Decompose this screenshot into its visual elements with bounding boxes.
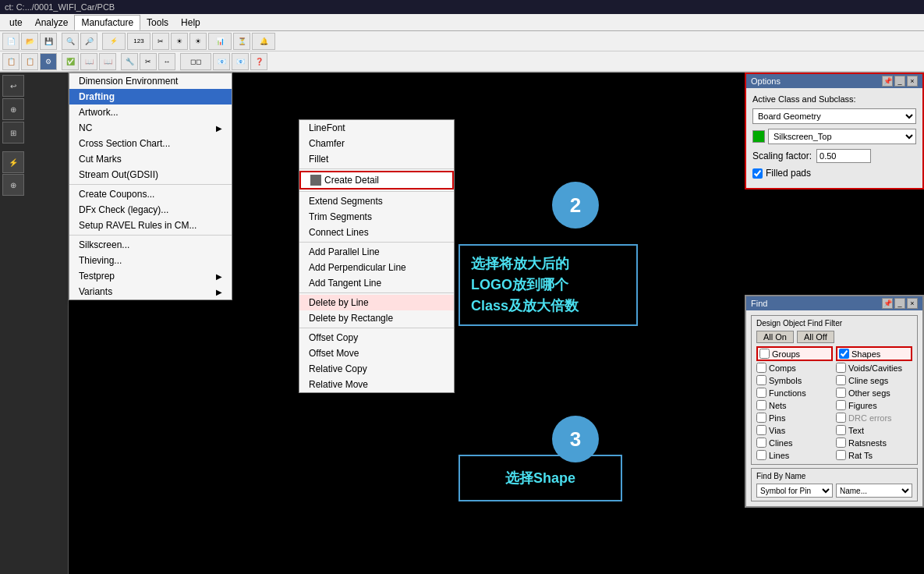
options-min-btn[interactable]: _ — [894, 76, 905, 87]
tb-2[interactable]: 123 — [127, 33, 150, 50]
tb-r7[interactable]: 🔧 — [121, 53, 138, 70]
sub-delete-line[interactable]: Delete by Line — [299, 295, 454, 310]
drc-checkbox[interactable] — [836, 413, 846, 423]
left-btn-5[interactable]: ⊕ — [2, 174, 24, 196]
filled-pads-checkbox[interactable] — [752, 168, 763, 179]
symbols-checkbox[interactable] — [756, 375, 766, 385]
mfg-ravel[interactable]: Setup RAVEL Rules in CM... — [69, 218, 232, 233]
sub-delete-rect[interactable]: Delete by Rectangle — [299, 310, 454, 326]
mfg-silkscreen[interactable]: Silkscreen... — [69, 237, 232, 253]
sub-extend[interactable]: Extend Segments — [299, 193, 454, 209]
menu-ute[interactable]: ute — [3, 16, 29, 30]
tb-save[interactable]: 💾 — [40, 33, 57, 50]
sub-offset-move[interactable]: Offset Move — [299, 345, 454, 361]
groups-checkbox[interactable] — [759, 349, 770, 359]
lines-checkbox[interactable] — [756, 450, 766, 460]
vias-checkbox[interactable] — [756, 425, 766, 435]
tb-r13[interactable]: ❓ — [250, 53, 267, 70]
sub-chamfer[interactable]: Chamfer — [299, 136, 454, 151]
tb-r3[interactable]: ⚙ — [40, 53, 57, 70]
text-checkbox[interactable] — [836, 425, 846, 435]
tb-open[interactable]: 📂 — [21, 33, 38, 50]
tb-r9[interactable]: ↔ — [158, 53, 175, 70]
mfg-dfx[interactable]: DFx Check (legacy)... — [69, 202, 232, 218]
find-name-select[interactable]: Symbol for Pin — [756, 484, 833, 498]
mfg-drafting[interactable]: Drafting — [69, 89, 232, 105]
clinesegs-checkbox[interactable] — [836, 375, 846, 385]
find-min-btn[interactable]: _ — [894, 298, 905, 309]
functions-checkbox[interactable] — [756, 388, 766, 398]
sub-fillet[interactable]: Fillet — [299, 151, 454, 167]
tb-r5[interactable]: 📖 — [80, 53, 97, 70]
voids-checkbox[interactable] — [836, 363, 846, 373]
mfg-cut-marks[interactable]: Cut Marks — [69, 151, 232, 167]
tb-r1[interactable]: 📋 — [2, 53, 19, 70]
tb-r10[interactable]: ◻◻ — [180, 53, 211, 70]
options-pin-btn[interactable]: 📌 — [882, 76, 893, 87]
sub-tangent[interactable]: Add Tangent Line — [299, 275, 454, 291]
find-drc-row: DRC errors — [836, 412, 912, 423]
mfg-artwork[interactable]: Artwork... — [69, 105, 232, 120]
mfg-thieving[interactable]: Thieving... — [69, 253, 232, 268]
clines-checkbox[interactable] — [756, 438, 766, 448]
tb-8[interactable]: 🔔 — [252, 33, 275, 50]
tb-3[interactable]: ✂ — [152, 33, 169, 50]
comps-checkbox[interactable] — [756, 363, 766, 373]
sub-relative-copy[interactable]: Relative Copy — [299, 361, 454, 377]
tb-r2[interactable]: 📋 — [21, 53, 38, 70]
mfg-stream[interactable]: Stream Out(GDSII) — [69, 167, 232, 182]
tb-6[interactable]: 📊 — [208, 33, 232, 50]
left-btn-3[interactable]: ⊞ — [2, 122, 24, 144]
find-close-btn[interactable]: × — [907, 298, 918, 309]
tb-r12[interactable]: 📧 — [232, 53, 249, 70]
sub-offset-copy[interactable]: Offset Copy — [299, 330, 454, 345]
left-btn-4[interactable]: ⚡ — [2, 151, 24, 173]
left-btn-2[interactable]: ⊕ — [2, 98, 24, 120]
subclass-select[interactable]: Silkscreen_Top — [768, 129, 916, 144]
class-select[interactable]: Board Geometry — [752, 108, 916, 124]
sub-connect[interactable]: Connect Lines — [299, 225, 454, 240]
options-close-btn[interactable]: × — [907, 76, 918, 87]
tb-r4[interactable]: ✅ — [62, 53, 79, 70]
sub-linefont[interactable]: LineFont — [299, 120, 454, 136]
mfg-coupons[interactable]: Create Coupons... — [69, 186, 232, 202]
tb-5[interactable]: ☀ — [189, 33, 207, 50]
mfg-variants[interactable]: Variants ▶ — [69, 284, 232, 299]
sub-parallel[interactable]: Add Parallel Line — [299, 244, 454, 260]
tb-r6[interactable]: 📖 — [99, 53, 116, 70]
left-btn-1[interactable]: ↩ — [2, 75, 24, 97]
tb-1[interactable]: ⚡ — [102, 33, 126, 50]
scaling-input[interactable] — [816, 149, 871, 163]
menu-tools[interactable]: Tools — [140, 16, 175, 30]
sub-create-detail[interactable]: Create Detail — [299, 171, 454, 190]
menu-analyze[interactable]: Analyze — [29, 16, 75, 30]
nets-checkbox[interactable] — [756, 400, 766, 410]
tb-7[interactable]: ⏳ — [233, 33, 250, 50]
sub-relative-move[interactable]: Relative Move — [299, 377, 454, 392]
ratts-checkbox[interactable] — [836, 450, 846, 460]
pins-checkbox[interactable] — [756, 413, 766, 423]
figures-checkbox[interactable] — [836, 400, 846, 410]
find-pin-btn[interactable]: 📌 — [882, 298, 893, 309]
othersegs-checkbox[interactable] — [836, 388, 846, 398]
find-name-select2[interactable]: Name... — [836, 484, 912, 498]
sub-perpendicular[interactable]: Add Perpendicular Line — [299, 260, 454, 275]
all-off-button[interactable]: All Off — [797, 331, 834, 343]
menu-manufacture[interactable]: Manufacture — [74, 15, 140, 30]
all-on-button[interactable]: All On — [756, 331, 794, 343]
mfg-nc[interactable]: NC ▶ — [69, 120, 232, 136]
sub-trim[interactable]: Trim Segments — [299, 209, 454, 225]
tb-zoom-in[interactable]: 🔍 — [62, 33, 79, 50]
mfg-dimension[interactable]: Dimension Environment — [69, 73, 232, 89]
shapes-checkbox[interactable] — [839, 349, 849, 359]
tb-r11[interactable]: 📧 — [213, 53, 230, 70]
ratsnests-checkbox[interactable] — [836, 438, 846, 448]
mfg-testprep[interactable]: Testprep ▶ — [69, 268, 232, 284]
tb-r8[interactable]: ✂ — [140, 53, 157, 70]
tb-4[interactable]: ☀ — [171, 33, 188, 50]
find-by-name-group: Find By Name Symbol for Pin Name... — [751, 468, 918, 501]
tb-new[interactable]: 📄 — [2, 33, 19, 50]
menu-help[interactable]: Help — [175, 16, 207, 30]
mfg-cross[interactable]: Cross Section Chart... — [69, 136, 232, 151]
tb-zoom-out[interactable]: 🔎 — [80, 33, 97, 50]
